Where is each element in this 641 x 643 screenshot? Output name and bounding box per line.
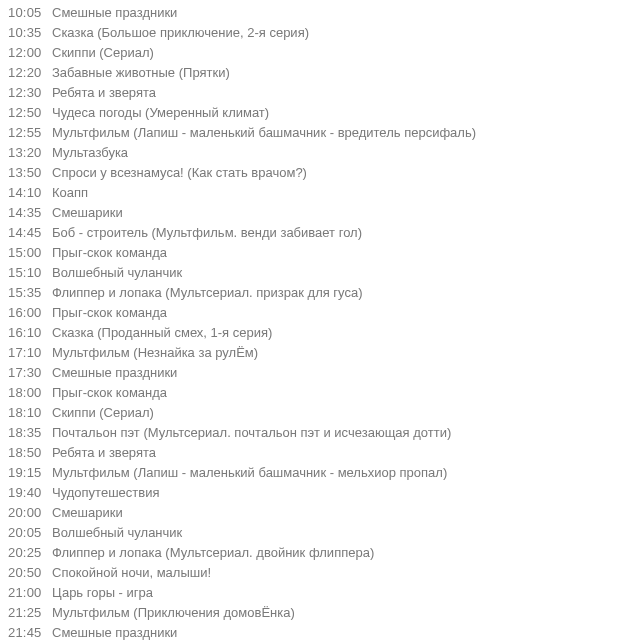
schedule-row: 18:00Прыг-скок команда — [8, 382, 641, 402]
schedule-row: 14:10Коапп — [8, 182, 641, 202]
schedule-time: 20:00 — [8, 503, 48, 522]
schedule-title: Сказка (Большое приключение, 2-я серия) — [48, 23, 641, 42]
schedule-time: 16:10 — [8, 323, 48, 342]
schedule-time: 16:00 — [8, 303, 48, 322]
schedule-time: 14:10 — [8, 183, 48, 202]
schedule-time: 10:35 — [8, 23, 48, 42]
schedule-row: 17:30Смешные праздники — [8, 362, 641, 382]
schedule-row: 20:00Смешарики — [8, 502, 641, 522]
schedule-title: Ребята и зверята — [48, 443, 641, 462]
schedule-title: Спроси у всезнамуса! (Как стать врачом?) — [48, 163, 641, 182]
schedule-title: Скиппи (Сериал) — [48, 43, 641, 62]
schedule-row: 13:50Спроси у всезнамуса! (Как стать вра… — [8, 162, 641, 182]
schedule-row: 18:35Почтальон пэт (Мультсериал. почталь… — [8, 422, 641, 442]
schedule-row: 21:45Смешные праздники — [8, 622, 641, 642]
schedule-title: Мультфильм (Приключения домовЁнка) — [48, 603, 641, 622]
schedule-title: Ребята и зверята — [48, 83, 641, 102]
schedule-row: 20:25Флиппер и лопака (Мультсериал. двой… — [8, 542, 641, 562]
schedule-title: Смешарики — [48, 203, 641, 222]
schedule-time: 21:00 — [8, 583, 48, 602]
schedule-title: Мультфильм (Лапиш - маленький башмачник … — [48, 123, 641, 142]
schedule-row: 10:05Смешные праздники — [8, 2, 641, 22]
schedule-title: Мультфильм (Незнайка за рулЁм) — [48, 343, 641, 362]
schedule-row: 12:20Забавные животные (Прятки) — [8, 62, 641, 82]
schedule-title: Скиппи (Сериал) — [48, 403, 641, 422]
schedule-title: Чудопутешествия — [48, 483, 641, 502]
schedule-title: Флиппер и лопака (Мультсериал. двойник ф… — [48, 543, 641, 562]
schedule-row: 20:50Спокойной ночи, малыши! — [8, 562, 641, 582]
schedule-time: 12:00 — [8, 43, 48, 62]
schedule-title: Царь горы - игра — [48, 583, 641, 602]
schedule-row: 19:40Чудопутешествия — [8, 482, 641, 502]
schedule-time: 12:50 — [8, 103, 48, 122]
schedule-time: 18:50 — [8, 443, 48, 462]
schedule-time: 17:30 — [8, 363, 48, 382]
schedule-row: 15:35Флиппер и лопака (Мультсериал. приз… — [8, 282, 641, 302]
schedule-title: Смешные праздники — [48, 623, 641, 642]
schedule-time: 18:10 — [8, 403, 48, 422]
schedule-row: 15:00Прыг-скок команда — [8, 242, 641, 262]
schedule-row: 10:35Сказка (Большое приключение, 2-я се… — [8, 22, 641, 42]
schedule-row: 14:35Смешарики — [8, 202, 641, 222]
schedule-title: Волшебный чуланчик — [48, 523, 641, 542]
schedule-time: 18:35 — [8, 423, 48, 442]
schedule-time: 21:25 — [8, 603, 48, 622]
schedule-time: 20:05 — [8, 523, 48, 542]
schedule-row: 18:50Ребята и зверята — [8, 442, 641, 462]
schedule-time: 20:50 — [8, 563, 48, 582]
schedule-title: Волшебный чуланчик — [48, 263, 641, 282]
tv-schedule-list: 10:05Смешные праздники10:35Сказка (Больш… — [8, 2, 641, 642]
schedule-time: 18:00 — [8, 383, 48, 402]
schedule-title: Спокойной ночи, малыши! — [48, 563, 641, 582]
schedule-title: Прыг-скок команда — [48, 243, 641, 262]
schedule-time: 13:50 — [8, 163, 48, 182]
schedule-time: 12:55 — [8, 123, 48, 142]
schedule-row: 21:25Мультфильм (Приключения домовЁнка) — [8, 602, 641, 622]
schedule-title: Чудеса погоды (Умеренный климат) — [48, 103, 641, 122]
schedule-row: 15:10Волшебный чуланчик — [8, 262, 641, 282]
schedule-title: Флиппер и лопака (Мультсериал. призрак д… — [48, 283, 641, 302]
schedule-time: 19:40 — [8, 483, 48, 502]
schedule-time: 10:05 — [8, 3, 48, 22]
schedule-row: 16:00Прыг-скок команда — [8, 302, 641, 322]
schedule-time: 15:00 — [8, 243, 48, 262]
schedule-title: Смешарики — [48, 503, 641, 522]
schedule-time: 21:45 — [8, 623, 48, 642]
schedule-title: Забавные животные (Прятки) — [48, 63, 641, 82]
schedule-time: 13:20 — [8, 143, 48, 162]
schedule-time: 12:30 — [8, 83, 48, 102]
schedule-title: Смешные праздники — [48, 3, 641, 22]
schedule-row: 14:45Боб - строитель (Мультфильм. венди … — [8, 222, 641, 242]
schedule-title: Боб - строитель (Мультфильм. венди забив… — [48, 223, 641, 242]
schedule-row: 16:10Сказка (Проданный смех, 1-я серия) — [8, 322, 641, 342]
schedule-title: Почтальон пэт (Мультсериал. почтальон пэ… — [48, 423, 641, 442]
schedule-title: Прыг-скок команда — [48, 303, 641, 322]
schedule-time: 17:10 — [8, 343, 48, 362]
schedule-row: 12:00Скиппи (Сериал) — [8, 42, 641, 62]
schedule-title: Сказка (Проданный смех, 1-я серия) — [48, 323, 641, 342]
schedule-title: Смешные праздники — [48, 363, 641, 382]
schedule-time: 19:15 — [8, 463, 48, 482]
schedule-row: 12:30Ребята и зверята — [8, 82, 641, 102]
schedule-time: 14:45 — [8, 223, 48, 242]
schedule-row: 21:00Царь горы - игра — [8, 582, 641, 602]
schedule-row: 19:15Мультфильм (Лапиш - маленький башма… — [8, 462, 641, 482]
schedule-title: Прыг-скок команда — [48, 383, 641, 402]
schedule-row: 17:10Мультфильм (Незнайка за рулЁм) — [8, 342, 641, 362]
schedule-row: 20:05Волшебный чуланчик — [8, 522, 641, 542]
schedule-time: 20:25 — [8, 543, 48, 562]
schedule-title: Мультфильм (Лапиш - маленький башмачник … — [48, 463, 641, 482]
schedule-time: 12:20 — [8, 63, 48, 82]
schedule-row: 12:50Чудеса погоды (Умеренный климат) — [8, 102, 641, 122]
schedule-title: Коапп — [48, 183, 641, 202]
schedule-time: 15:10 — [8, 263, 48, 282]
schedule-time: 15:35 — [8, 283, 48, 302]
schedule-row: 12:55Мультфильм (Лапиш - маленький башма… — [8, 122, 641, 142]
schedule-time: 14:35 — [8, 203, 48, 222]
schedule-title: Мультазбука — [48, 143, 641, 162]
schedule-row: 13:20Мультазбука — [8, 142, 641, 162]
schedule-row: 18:10Скиппи (Сериал) — [8, 402, 641, 422]
